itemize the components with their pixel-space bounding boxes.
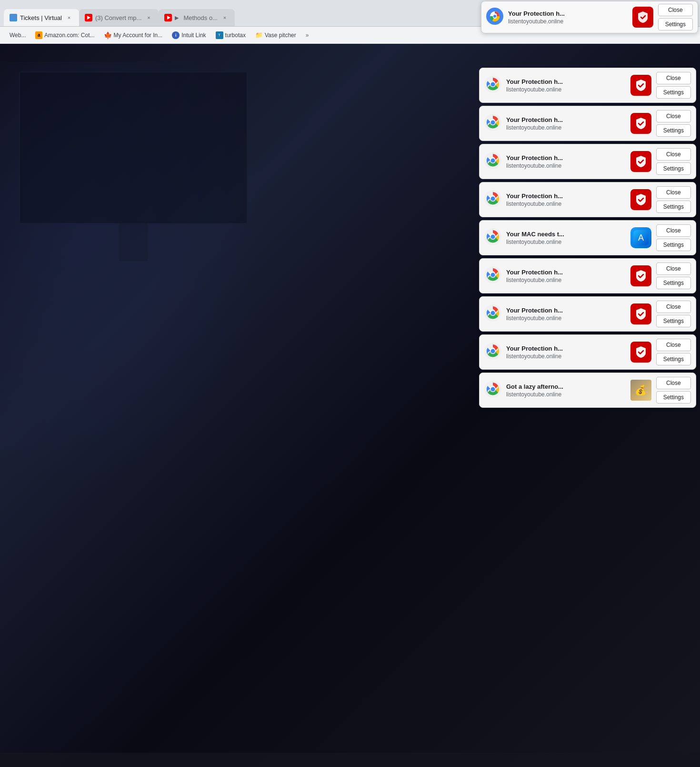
- notification-notif-9: Got a lazy afterno... listentoyoutube.on…: [479, 373, 696, 408]
- notif-3-source: listentoyoutube.online: [506, 162, 626, 169]
- svg-point-7: [491, 82, 495, 87]
- notif-7-close-button[interactable]: Close: [656, 301, 691, 313]
- notification-notif-5: Your MAC needs t... listentoyoutube.onli…: [479, 220, 696, 255]
- notif-7-text: Your Protection h... listentoyoutube.onl…: [506, 307, 626, 322]
- notif-4-app-icon: [630, 189, 651, 210]
- notif-8-close-button[interactable]: Close: [656, 339, 691, 351]
- notif-8-app-icon: [630, 342, 651, 363]
- notif-9-title: Got a lazy afterno...: [506, 383, 626, 390]
- notification-notif-4: Your Protection h... listentoyoutube.onl…: [479, 182, 696, 217]
- notif-5-close-button[interactable]: Close: [656, 224, 691, 237]
- notif-6-source: listentoyoutube.online: [506, 277, 626, 283]
- notif-1-close-button[interactable]: Close: [656, 72, 691, 84]
- notif-9-app-icon: 💰: [630, 380, 651, 401]
- monitor-decoration: [19, 71, 248, 224]
- maple-favicon: 🍁: [104, 31, 111, 39]
- notif-1-text: Your Protection h... listentoyoutube.onl…: [506, 78, 626, 93]
- svg-point-48: [491, 387, 495, 392]
- notification-notif-8: Your Protection h... listentoyoutube.onl…: [479, 334, 696, 370]
- tab-methods-close[interactable]: ×: [220, 13, 229, 22]
- notif-7-app-icon: [630, 303, 651, 324]
- notif-8-title: Your Protection h...: [506, 345, 626, 352]
- svg-point-22: [491, 197, 495, 201]
- notif-3-settings-button[interactable]: Settings: [656, 162, 691, 175]
- svg-point-33: [491, 273, 495, 277]
- notif-2-settings-button[interactable]: Settings: [656, 124, 691, 137]
- bookmark-turbotax[interactable]: T turbotax: [212, 30, 250, 41]
- notif-3-text: Your Protection h... listentoyoutube.onl…: [506, 154, 626, 169]
- notif-9-text: Got a lazy afterno... listentoyoutube.on…: [506, 383, 626, 398]
- svg-point-27: [491, 235, 495, 239]
- tab-tickets-favicon: [10, 14, 17, 21]
- notif-9-chrome-icon: [484, 381, 501, 400]
- svg-point-43: [491, 349, 495, 353]
- tab-convert-title: (3) Convert mp...: [95, 14, 142, 21]
- notif-8-buttons: Close Settings: [656, 339, 691, 365]
- notif-0-close-button[interactable]: Close: [658, 4, 693, 16]
- notif-6-buttons: Close Settings: [656, 262, 691, 289]
- notif-9-close-button[interactable]: Close: [656, 377, 691, 389]
- notif-3-app-icon: [630, 151, 651, 172]
- notif-7-buttons: Close Settings: [656, 301, 691, 327]
- bookmark-vase[interactable]: 📁 Vase pitcher: [251, 30, 300, 41]
- svg-text:A: A: [638, 233, 644, 242]
- notif-3-buttons: Close Settings: [656, 148, 691, 175]
- notif-5-title: Your MAC needs t...: [506, 231, 626, 238]
- bookmark-myaccount[interactable]: 🍁 My Account for In...: [100, 30, 166, 41]
- notif-8-source: listentoyoutube.online: [506, 353, 626, 360]
- notif-5-buttons: Close Settings: [656, 224, 691, 251]
- notif-2-app-icon: [630, 113, 651, 134]
- notification-notif-1: Your Protection h... listentoyoutube.onl…: [479, 68, 696, 103]
- bookmark-amazon[interactable]: a Amazon.com: Cot...: [31, 30, 98, 41]
- tab-tickets-close[interactable]: ×: [65, 13, 73, 22]
- bookmark-vase-label: Vase pitcher: [265, 32, 296, 39]
- notif-4-close-button[interactable]: Close: [656, 186, 691, 199]
- notif-0-settings-button[interactable]: Settings: [658, 18, 693, 30]
- tab-convert[interactable]: (3) Convert mp... ×: [79, 9, 159, 26]
- bookmark-web-label: Web...: [10, 32, 26, 39]
- notif-6-text: Your Protection h... listentoyoutube.onl…: [506, 269, 626, 283]
- tab-convert-close[interactable]: ×: [144, 13, 153, 22]
- bookmark-myaccount-label: My Account for In...: [113, 32, 162, 39]
- notif-0-source: listentoyoutube.online: [508, 18, 628, 25]
- notif-6-settings-button[interactable]: Settings: [656, 277, 691, 289]
- svg-point-17: [491, 159, 495, 163]
- notif-2-close-button[interactable]: Close: [656, 110, 691, 122]
- svg-point-38: [491, 311, 495, 315]
- notif-6-close-button[interactable]: Close: [656, 262, 691, 275]
- notification-notif-2: Your Protection h... listentoyoutube.onl…: [479, 106, 696, 141]
- notification-notif-3: Your Protection h... listentoyoutube.onl…: [479, 144, 696, 179]
- notif-3-close-button[interactable]: Close: [656, 148, 691, 161]
- notif-0-title: Your Protection h...: [508, 10, 628, 17]
- notif-7-chrome-icon: [484, 304, 501, 323]
- notif-3-chrome-icon: [484, 152, 501, 171]
- notif-0-buttons: Close Settings: [658, 4, 693, 30]
- notif-9-settings-button[interactable]: Settings: [656, 391, 691, 404]
- bookmark-intuit-label: Intuit Link: [181, 32, 206, 39]
- notif-1-chrome-icon: [484, 76, 501, 95]
- folder-favicon: 📁: [255, 31, 263, 39]
- notif-1-app-icon: [630, 75, 651, 96]
- notif-3-title: Your Protection h...: [506, 154, 626, 161]
- notif-1-settings-button[interactable]: Settings: [656, 86, 691, 99]
- notif-4-source: listentoyoutube.online: [506, 201, 626, 207]
- notif-7-title: Your Protection h...: [506, 307, 626, 314]
- tab-methods-favicon: [164, 14, 172, 21]
- notif-6-title: Your Protection h...: [506, 269, 626, 276]
- bookmark-web[interactable]: Web...: [6, 30, 30, 40]
- bookmark-intuit[interactable]: i Intuit Link: [168, 30, 210, 41]
- tab-methods[interactable]: ▶ Methods o... ×: [159, 9, 235, 26]
- notif-8-settings-button[interactable]: Settings: [656, 353, 691, 365]
- notification-notif-7: Your Protection h... listentoyoutube.onl…: [479, 296, 696, 332]
- notif-5-source: listentoyoutube.online: [506, 239, 626, 245]
- notif-6-chrome-icon: [484, 266, 501, 285]
- bookmarks-more-button[interactable]: »: [302, 30, 313, 40]
- notif-9-buttons: Close Settings: [656, 377, 691, 404]
- tab-tickets[interactable]: Tickets | Virtual ×: [4, 9, 79, 26]
- svg-point-3: [493, 15, 496, 18]
- notif-4-settings-button[interactable]: Settings: [656, 201, 691, 213]
- notif-7-settings-button[interactable]: Settings: [656, 315, 691, 327]
- notif-2-chrome-icon: [484, 114, 501, 133]
- notif-5-settings-button[interactable]: Settings: [656, 239, 691, 251]
- tab-tickets-title: Tickets | Virtual: [20, 14, 62, 21]
